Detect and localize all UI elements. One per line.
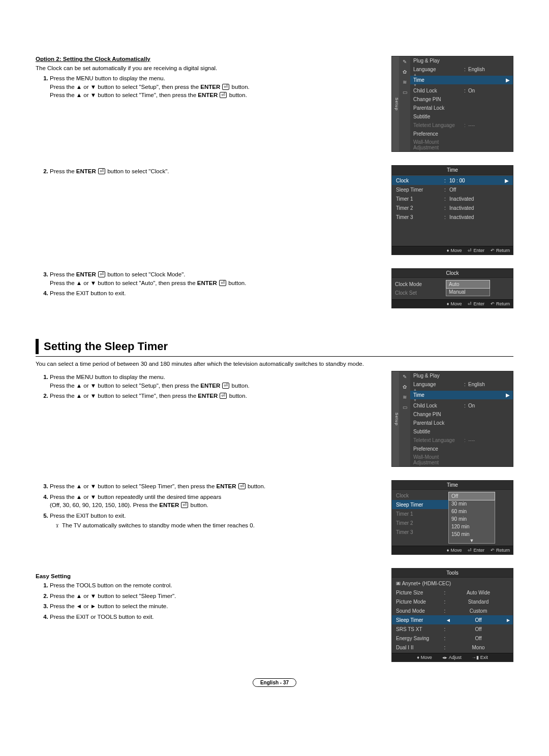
value: Off [449, 187, 509, 193]
step-text: button. [227, 92, 247, 98]
step-text: button. [230, 84, 249, 90]
menu-item[interactable]: Child Lock:On [410, 401, 513, 410]
nav-exit: →▮Exit [472, 655, 488, 660]
label: Time [413, 77, 464, 83]
setup-list: Plug & Play Language:English ▲ Time▶ ▼ C… [410, 56, 513, 151]
menu-item[interactable]: Child Lock:On [410, 86, 513, 95]
menu-item[interactable]: Language:English [410, 65, 513, 74]
menu-item[interactable]: Change PIN [410, 95, 513, 104]
osd-setup-2: Setup ✎ ✿ ≋ ▭ Plug & Play Language:Engli… [391, 371, 513, 467]
value: English [468, 67, 485, 72]
menu-item-clock[interactable]: Clock:10 : 00▶ [392, 176, 513, 185]
option2-title: Option 2: Setting the Clock Automaticall… [36, 56, 382, 62]
chevron-right-icon: ► [506, 617, 511, 623]
menu-item-disabled: Teletext Language:---- [410, 121, 513, 130]
enter-word: ENTER [198, 393, 218, 399]
clock-mode-dropdown[interactable]: Auto Manual [446, 280, 490, 296]
step-text: Press the MENU button to display the men… [50, 374, 165, 380]
osd-time-sleep: Time Clock Sleep Timer Timer 1 Timer 2 T… [391, 480, 513, 555]
anynet-badge: A [396, 582, 401, 585]
note-text: The TV automatically switches to standby… [62, 521, 255, 530]
enter-word: ENTER [76, 168, 96, 174]
osd-title: Tools [392, 569, 513, 578]
nav-return: ↶Return [491, 301, 510, 306]
enter-icon: ⏎ [181, 502, 188, 508]
step-text: Press the EXIT button to exit. [50, 513, 126, 519]
menu-item[interactable]: Plug & Play [410, 56, 513, 65]
menu-item[interactable]: Timer 3:Inactivated [392, 212, 513, 222]
clock-mode-label: Clock Mode [395, 280, 441, 289]
step2-row: Press the ENTER ⏎ button to select "Cloc… [36, 165, 513, 261]
option-auto[interactable]: Auto [446, 280, 490, 289]
tools-item[interactable]: Dual I II:Mono [392, 643, 513, 652]
menu-item[interactable]: Language:English [410, 380, 513, 389]
osd-tools: Tools AAnynet+ (HDMI-CEC) Picture Size:A… [391, 568, 513, 662]
nav-enter: ⏎Enter [468, 548, 484, 553]
menu-item[interactable]: Subtitle [410, 112, 513, 121]
tools-item[interactable]: Energy Saving:Off [392, 634, 513, 643]
menu-item[interactable]: Preference [410, 445, 513, 453]
tools-item[interactable]: Picture Size:Auto Wide [392, 588, 513, 597]
divider [36, 356, 513, 357]
label: Wall-Mount Adjustment [413, 139, 464, 150]
menu-item-disabled: Timer 3 [392, 527, 448, 537]
enter-icon: ⏎ [98, 168, 105, 174]
step-text: Press the ▲ or ▼ button repeatedly until… [50, 494, 221, 500]
menu-item-time[interactable]: Time▶ [410, 391, 513, 399]
step-text: Press the EXIT button to exit. [50, 290, 126, 296]
enter-icon: ⏎ [98, 271, 105, 277]
step-text: (Off, 30, 60, 90, 120, 150, 180). Press … [50, 502, 159, 508]
tools-item[interactable]: Picture Mode:Standard [392, 597, 513, 606]
sleep-row1: Press the MENU button to display the men… [36, 371, 513, 473]
menu-item[interactable]: Sleep Timer:Off [392, 185, 513, 194]
nav-move: ♦Move [417, 655, 432, 660]
menu-item[interactable]: Change PIN [410, 410, 513, 419]
tools-item[interactable]: Sound Mode:Custom [392, 606, 513, 615]
menu-item[interactable]: Preference [410, 130, 513, 138]
heading-bar [36, 339, 39, 354]
menu-item-disabled: Timer 2 [392, 518, 448, 527]
menu-item[interactable]: Timer 2:Inactivated [392, 203, 513, 212]
sleep-timer-dropdown[interactable]: Off 30 min 60 min 90 min 120 min 150 min… [448, 492, 495, 544]
setup-list: Plug & Play Language:English ▲ Time▶ ▼ C… [410, 371, 513, 466]
menu-item-disabled: Wall-Mount Adjustment [410, 138, 513, 151]
option-150[interactable]: 150 min [449, 530, 495, 538]
step-text: button to select "Clock Mode". [106, 271, 185, 277]
step-text: Press the [50, 271, 76, 277]
easy-step-4: Press the EXIT or TOOLS button to exit. [50, 613, 382, 621]
menu-item[interactable]: Subtitle [410, 427, 513, 436]
option-30[interactable]: 30 min [449, 500, 495, 508]
step-text: Press the ▲ or ▼ button to select "Sleep… [50, 483, 217, 489]
nav-bar: ♦Move ⏎Enter ↶Return [392, 299, 513, 308]
sleep-step-5: Press the EXIT button to exit. The TV au… [50, 512, 382, 529]
osd-setup: Setup ✎ ✿ ≋ ▭ Plug & Play Language:Engli… [391, 56, 513, 152]
option-60[interactable]: 60 min [449, 508, 495, 515]
menu-item[interactable]: Parental Lock [410, 104, 513, 112]
sleep-step-2: Press the ▲ or ▼ button to select "Time"… [50, 392, 382, 400]
option2-block: Option 2: Setting the Clock Automaticall… [36, 56, 513, 158]
menu-item[interactable]: Parental Lock [410, 419, 513, 427]
step-1: Press the MENU button to display the men… [50, 74, 382, 100]
menu-item-sleep-timer[interactable]: Sleep Timer [392, 500, 448, 509]
icon-column: ✎ ✿ ≋ ▭ [399, 56, 410, 151]
option-90[interactable]: 90 min [449, 515, 495, 523]
sleep-step-3: Press the ▲ or ▼ button to select "Sleep… [50, 482, 382, 491]
enter-word: ENTER [159, 502, 179, 508]
easy-step-1: Press the TOOLS button on the remote con… [50, 581, 382, 590]
option-manual[interactable]: Manual [446, 288, 490, 296]
option-off[interactable]: Off [448, 492, 495, 500]
easy-step-3: Press the ◄ or ► button to select the mi… [50, 602, 382, 611]
option2-steps: Press the MENU button to display the men… [36, 74, 382, 100]
sleep-step-4: Press the ▲ or ▼ button repeatedly until… [50, 493, 382, 510]
option-120[interactable]: 120 min [449, 523, 495, 530]
easy-row: Easy Setting Press the TOOLS button on t… [36, 568, 513, 668]
menu-item-disabled: Wall-Mount Adjustment [410, 453, 513, 466]
tools-item[interactable]: AAnynet+ (HDMI-CEC) [392, 579, 513, 588]
enter-word: ENTER [76, 271, 96, 277]
icon-column: ✎ ✿ ≋ ▭ [399, 371, 410, 466]
menu-item[interactable]: Plug & Play [410, 371, 513, 380]
menu-item[interactable]: Timer 1:Inactivated [392, 194, 513, 203]
menu-item-time[interactable]: Time▶ [410, 76, 513, 84]
tools-item-sleep-timer[interactable]: Sleep Timer◄Off► [392, 615, 513, 624]
tools-item[interactable]: SRS TS XT:Off [392, 624, 513, 634]
